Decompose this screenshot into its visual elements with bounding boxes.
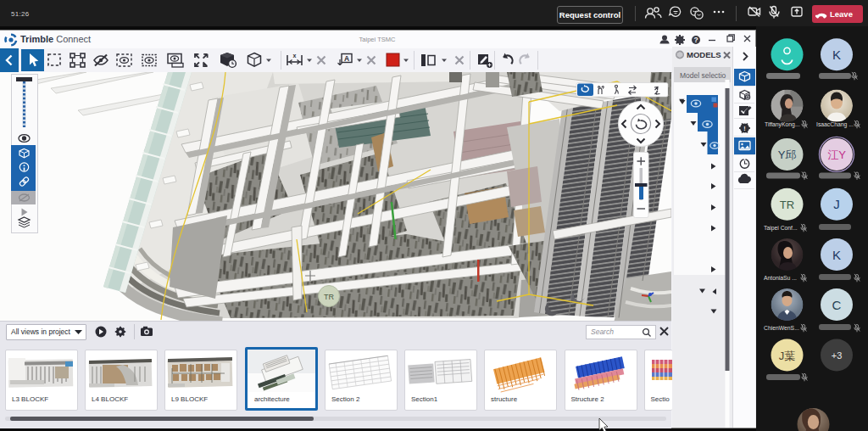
svg-text:J: J — [833, 197, 840, 211]
svg-text:Taipei Conf...: Taipei Conf... — [764, 225, 798, 232]
svg-text:Y邱: Y邱 — [778, 148, 797, 161]
svg-text:?: ? — [693, 36, 698, 44]
svg-text:C: C — [832, 298, 842, 312]
svg-text:AntoniaSu ...: AntoniaSu ... — [764, 275, 797, 281]
svg-text:K: K — [832, 48, 841, 62]
svg-text:TR: TR — [780, 199, 794, 211]
svg-text:MODELS: MODELS — [687, 50, 721, 59]
svg-text:TR: TR — [324, 293, 334, 301]
svg-text:IsaacChang ...: IsaacChang ... — [816, 121, 854, 128]
svg-text:ChienWenS...: ChienWenS... — [764, 325, 799, 331]
svg-text:TiffanyKong...: TiffanyKong... — [765, 121, 800, 128]
svg-text:!: ! — [743, 126, 745, 132]
svg-text:Model selectio: Model selectio — [680, 71, 726, 80]
svg-text:+3: +3 — [832, 350, 843, 361]
svg-text:A: A — [344, 54, 349, 63]
svg-text:江Y: 江Y — [827, 148, 846, 161]
svg-text:K: K — [832, 248, 841, 262]
svg-text:x: x — [293, 53, 297, 59]
svg-text:J葉: J葉 — [779, 350, 796, 362]
